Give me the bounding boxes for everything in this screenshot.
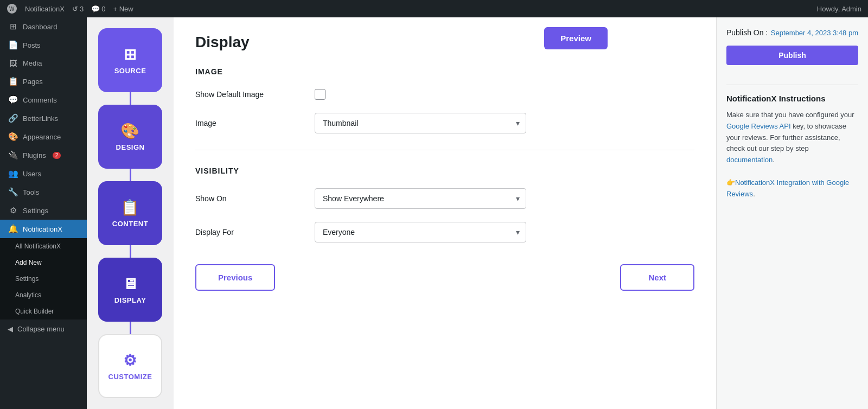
show-on-control: Show Everywhere Selected Pages Homepage … [315, 188, 542, 209]
display-for-select-wrapper: Everyone Logged In Users Logged Out User… [315, 222, 526, 242]
quick-builder-label: Quick Builder [15, 308, 54, 315]
image-select[interactable]: Thumbnail Full Medium None [315, 113, 526, 133]
sidebar: ⊞ Dashboard 📄 Posts 🖼 Media 📋 Pages 💬 Co… [0, 17, 87, 409]
step-connector-3 [130, 245, 131, 258]
plugins-icon: 🔌 [8, 150, 18, 160]
plugins-badge: 2 [53, 152, 61, 159]
sidebar-item-plugins[interactable]: 🔌 Plugins 2 [0, 146, 87, 164]
sidebar-item-dashboard[interactable]: ⊞ Dashboard [0, 17, 87, 36]
pages-icon: 📋 [8, 76, 18, 86]
sidebar-label-plugins: Plugins [23, 151, 46, 159]
sidebar-label-users: Users [23, 170, 41, 178]
sidebar-item-users[interactable]: 👥 Users [0, 164, 87, 183]
betterlinks-icon: 🔗 [8, 113, 18, 123]
sidebar-label-betterlinks: BetterLinks [23, 114, 58, 123]
sidebar-item-analytics[interactable]: Analytics [0, 287, 87, 303]
instructions-text-1: Make sure that you have configured your [726, 111, 854, 119]
sidebar-item-tools[interactable]: 🔧 Tools [0, 183, 87, 201]
step-source[interactable]: ⊞ SOURCE [98, 28, 162, 92]
sidebar-item-pages[interactable]: 📋 Pages [0, 72, 87, 91]
sidebar-item-settings-sub[interactable]: Settings [0, 271, 87, 287]
sidebar-item-comments[interactable]: 💬 Comments [0, 91, 87, 109]
collapse-menu-button[interactable]: ◀ Collapse menu [0, 319, 87, 338]
step-box-content[interactable]: 📋 CONTENT [98, 181, 162, 245]
site-name[interactable]: NotificationX [25, 5, 65, 13]
step-design[interactable]: 🎨 DESIGN [98, 105, 162, 169]
new-button[interactable]: + New [113, 5, 133, 13]
display-step-icon: 🖥 [123, 275, 138, 293]
preview-button[interactable]: Preview [544, 27, 608, 49]
source-step-icon: ⊞ [124, 46, 137, 63]
sidebar-item-all-notificationx[interactable]: All NotificationX [0, 238, 87, 254]
page-title: Display [195, 34, 694, 51]
image-select-wrapper: Thumbnail Full Medium None ▾ [315, 113, 526, 133]
settings-sub-label: Settings [15, 275, 39, 283]
revision-count[interactable]: ↺ 3 [72, 5, 84, 13]
sidebar-item-media[interactable]: 🖼 Media [0, 54, 87, 72]
appearance-icon: 🎨 [8, 132, 18, 142]
content-step-icon: 📋 [120, 199, 140, 216]
step-box-display[interactable]: 🖥 DISPLAY [98, 258, 162, 322]
admin-bar-left: W NotificationX ↺ 3 💬 0 + New [7, 3, 808, 14]
step-box-customize[interactable]: ⚙ CUSTOMIZE [98, 334, 162, 398]
posts-icon: 📄 [8, 40, 18, 50]
sidebar-item-posts[interactable]: 📄 Posts [0, 36, 87, 54]
integration-link[interactable]: NotificationX Integration with Google Re… [726, 178, 849, 198]
google-api-link[interactable]: Google Reviews API [726, 122, 791, 130]
show-default-image-label: Show Default Image [195, 90, 304, 99]
admin-bar-right: Howdy, Admin [817, 5, 861, 13]
show-on-select[interactable]: Show Everywhere Selected Pages Homepage … [315, 188, 526, 209]
nav-buttons: Previous Next [195, 264, 694, 302]
publish-on-row: Publish On : September 4, 2023 3:48 pm [726, 28, 858, 37]
step-customize[interactable]: ⚙ CUSTOMIZE [98, 334, 162, 398]
sidebar-label-settings: Settings [23, 207, 48, 215]
sidebar-item-add-new[interactable]: Add New [0, 254, 87, 271]
step-box-design[interactable]: 🎨 DESIGN [98, 105, 162, 169]
sidebar-label-comments: Comments [23, 96, 57, 104]
instructions-text: Make sure that you have configured your … [726, 110, 858, 200]
show-default-image-checkbox[interactable] [315, 89, 326, 100]
show-on-label: Show On [195, 194, 304, 203]
right-panel: Publish On : September 4, 2023 3:48 pm P… [716, 17, 868, 409]
sidebar-label-media: Media [23, 59, 42, 67]
sidebar-item-betterlinks[interactable]: 🔗 BetterLinks [0, 109, 87, 127]
next-button[interactable]: Next [620, 264, 694, 291]
main-wrapper: ⊞ Dashboard 📄 Posts 🖼 Media 📋 Pages 💬 Co… [0, 17, 868, 409]
notificationx-icon: 🔔 [8, 224, 18, 234]
section-divider [195, 150, 694, 150]
source-step-label: SOURCE [114, 67, 146, 75]
step-box-source[interactable]: ⊞ SOURCE [98, 28, 162, 92]
settings-icon: ⚙ [8, 206, 18, 215]
display-for-label: Display For [195, 228, 304, 237]
dashboard-icon: ⊞ [8, 22, 18, 31]
instructions-text-3: . [773, 156, 775, 164]
steps-sidebar: ⊞ SOURCE 🎨 DESIGN 📋 CONTENT [87, 17, 174, 409]
sidebar-item-notificationx[interactable]: 🔔 NotificationX [0, 220, 87, 238]
step-content[interactable]: 📋 CONTENT [98, 181, 162, 245]
comments-icon: 💬 [8, 95, 18, 105]
sidebar-item-quick-builder[interactable]: Quick Builder [0, 303, 87, 319]
comment-count[interactable]: 💬 0 [91, 5, 105, 13]
publish-button[interactable]: Publish [726, 46, 858, 65]
right-divider [726, 85, 858, 85]
visibility-section-title: VISIBILITY [195, 167, 694, 175]
display-for-control: Everyone Logged In Users Logged Out User… [315, 222, 542, 242]
comment-icon: 💬 [91, 5, 100, 13]
show-default-image-row: Show Default Image [195, 89, 694, 100]
sidebar-item-settings[interactable]: ⚙ Settings [0, 201, 87, 220]
documentation-link[interactable]: documentation [726, 156, 773, 164]
previous-button[interactable]: Previous [195, 264, 275, 291]
content-step-label: CONTENT [112, 220, 148, 228]
step-display[interactable]: 🖥 DISPLAY [98, 258, 162, 322]
show-on-select-wrapper: Show Everywhere Selected Pages Homepage … [315, 188, 526, 209]
step-connector-2 [130, 169, 131, 181]
customize-step-label: CUSTOMIZE [108, 373, 152, 381]
users-icon: 👥 [8, 169, 18, 178]
sidebar-item-appearance[interactable]: 🎨 Appearance [0, 127, 87, 146]
design-step-icon: 🎨 [120, 122, 140, 140]
media-icon: 🖼 [8, 59, 18, 68]
image-row: Image Thumbnail Full Medium None ▾ [195, 113, 694, 133]
sidebar-label-pages: Pages [23, 78, 43, 86]
wp-logo-icon[interactable]: W [7, 3, 17, 14]
display-for-select[interactable]: Everyone Logged In Users Logged Out User… [315, 222, 526, 242]
